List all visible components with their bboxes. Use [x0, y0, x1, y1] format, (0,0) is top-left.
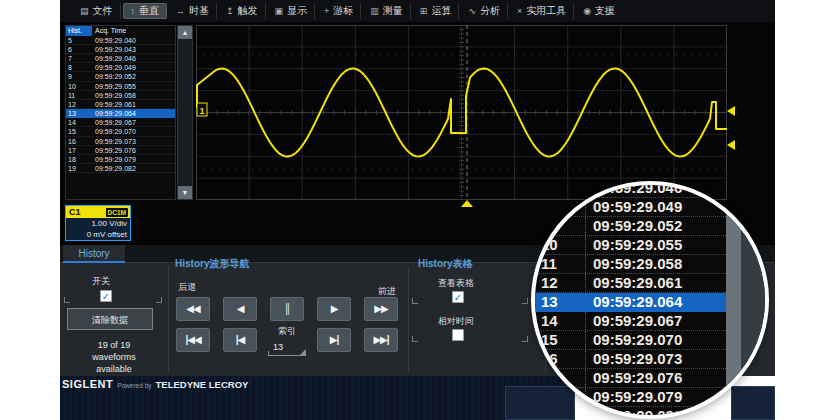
- history-row-index: 16: [66, 137, 92, 145]
- history-row-time: 09:59:29.082: [92, 164, 175, 172]
- cursors-icon: +: [324, 6, 329, 16]
- history-row-time: 09:59:29.040: [92, 36, 175, 44]
- clear-data-button[interactable]: 清除数据: [67, 308, 153, 330]
- menu-item-trigger[interactable]: ↥触发: [219, 3, 266, 19]
- tab-history[interactable]: History: [63, 245, 125, 263]
- history-row-14[interactable]: 1409:59:29.067: [66, 118, 175, 127]
- magnified-row-time: 09:59:29.061: [586, 274, 726, 292]
- magnified-row-time: 09:59:29.067: [586, 312, 726, 330]
- history-row-17[interactable]: 1709:59:29.076: [66, 146, 175, 155]
- magnified-history-row-13: 1309:59:29.064: [533, 293, 726, 312]
- history-row-12[interactable]: 1209:59:29.061: [66, 100, 175, 109]
- magnified-row-time: 09:59:29.076: [586, 369, 726, 387]
- nav-section-title: History波形导航: [175, 257, 249, 271]
- history-row-9[interactable]: 909:59:29.052: [66, 72, 175, 81]
- view-table-checkbox[interactable]: ✓: [452, 291, 464, 303]
- magnified-row-time: 09:59:29.058: [586, 255, 726, 273]
- trigger-icon: ↥: [226, 6, 234, 16]
- switch-checkbox[interactable]: ✓: [100, 290, 112, 302]
- scroll-up-icon[interactable]: ▲: [178, 26, 192, 39]
- menu-item-label: 垂直: [139, 4, 159, 18]
- magnified-row-index: 14: [533, 312, 586, 330]
- menu-item-label: 支援: [595, 4, 615, 18]
- history-row-19[interactable]: 1909:59:29.082: [66, 164, 175, 173]
- nav-prev-frame-button[interactable]: |◀: [223, 328, 257, 352]
- utility-icon: ×: [517, 6, 522, 16]
- magnified-row-time: 09:59:29.073: [586, 350, 726, 368]
- history-table-scrollbar[interactable]: ▲ ▼: [177, 25, 193, 200]
- table-section-title: History表格: [418, 257, 472, 271]
- history-row-13[interactable]: 1309:59:29.064: [66, 109, 175, 118]
- magnified-row-time: 09:59:29.079: [586, 388, 726, 406]
- history-row-time: 09:59:29.061: [92, 100, 175, 108]
- history-row-index: 7: [66, 54, 92, 62]
- history-row-time: 09:59:29.064: [92, 109, 175, 117]
- index-dropdown[interactable]: 13: [268, 340, 306, 356]
- trigger-level-arrow[interactable]: [727, 106, 735, 116]
- menu-item-measure[interactable]: ▥测量: [363, 3, 411, 19]
- menu-item-analysis[interactable]: ∿分析: [461, 3, 508, 19]
- history-row-index: 10: [66, 82, 92, 90]
- powered-by-text: Powered by: [117, 382, 151, 389]
- backward-label: 后退: [178, 281, 196, 294]
- waveform-count-line3: available: [60, 364, 168, 374]
- magnified-history-row-9: 909:59:29.052: [533, 217, 726, 236]
- menu-item-label: 文件: [93, 4, 113, 18]
- history-row-15[interactable]: 1509:59:29.070: [66, 127, 175, 136]
- bottom-descriptor-box[interactable]: [505, 386, 575, 420]
- history-row-time: 09:59:29.058: [92, 91, 175, 99]
- nav-fast-backward-button[interactable]: ◀◀: [176, 297, 210, 321]
- channel-offset-arrow[interactable]: [727, 140, 735, 150]
- history-row-index: 17: [66, 146, 92, 154]
- bottom-descriptor-box[interactable]: [731, 386, 775, 420]
- menu-item-label: 实用工具: [526, 4, 566, 18]
- nav-pause-button[interactable]: ║: [270, 297, 304, 321]
- menu-item-cursors[interactable]: +游标: [317, 3, 361, 19]
- nav-first-frame-button[interactable]: |◀◀: [176, 328, 210, 352]
- magnified-row-time: 09:59:29.064: [586, 293, 726, 311]
- nav-play-forward-button[interactable]: ▶: [317, 297, 351, 321]
- nav-fast-forward-button[interactable]: ▶▶: [364, 297, 398, 321]
- menu-item-math[interactable]: ⊞运算: [413, 3, 460, 19]
- history-row-index: 18: [66, 155, 92, 163]
- measure-icon: ▥: [370, 6, 379, 16]
- channel1-label: C1: [69, 207, 81, 217]
- history-row-10[interactable]: 1009:59:29.055: [66, 82, 175, 91]
- nav-next-frame-button[interactable]: ▶|: [317, 328, 351, 352]
- history-row-18[interactable]: 1809:59:29.079: [66, 155, 175, 164]
- menu-item-display[interactable]: ▣显示: [268, 3, 316, 19]
- history-row-time: 09:59:29.073: [92, 137, 175, 145]
- magnified-row-time: 09:59:29.049: [586, 198, 726, 216]
- support-icon: ◉: [583, 6, 591, 16]
- file-icon: ▤: [80, 6, 89, 16]
- history-row-5[interactable]: 509:59:29.040: [66, 36, 175, 45]
- menu-item-timebase[interactable]: ↔时基: [169, 3, 217, 19]
- menu-item-utility[interactable]: ×实用工具: [510, 3, 574, 19]
- relative-time-checkbox[interactable]: [452, 329, 464, 341]
- history-row-7[interactable]: 709:59:29.046: [66, 54, 175, 63]
- nav-last-frame-button[interactable]: ▶▶|: [364, 328, 398, 352]
- channel1-coupling-badge: DC1M: [106, 208, 128, 217]
- nav-play-backward-button[interactable]: ◀: [223, 297, 257, 321]
- menu-item-vertical[interactable]: ↕垂直: [123, 3, 168, 19]
- history-header-time: Acq. Time: [92, 26, 175, 36]
- waveform-display: 1: [196, 25, 727, 200]
- analysis-icon: ∿: [468, 6, 476, 16]
- view-table-label: 查看表格: [438, 277, 474, 290]
- history-row-8[interactable]: 809:59:29.049: [66, 63, 175, 72]
- history-row-16[interactable]: 1609:59:29.073: [66, 137, 175, 146]
- math-icon: ⊞: [420, 6, 428, 16]
- bracket-decoration: [522, 298, 528, 304]
- magnified-row-time: 09:59:29.052: [586, 217, 726, 235]
- index-label: 索引: [278, 325, 296, 338]
- trigger-position-marker[interactable]: [461, 200, 473, 207]
- channel1-header: C1 DC1M: [66, 206, 130, 218]
- history-row-6[interactable]: 609:59:29.043: [66, 45, 175, 54]
- magnified-row-time: 09:59:29.070: [586, 331, 726, 349]
- menu-item-support[interactable]: ◉支援: [576, 3, 622, 19]
- scroll-down-icon[interactable]: ▼: [178, 186, 192, 199]
- menu-item-file[interactable]: ▤文件: [73, 3, 121, 19]
- channel1-descriptor-box[interactable]: C1 DC1M 1.00 V/div 0 mV offset: [65, 205, 131, 241]
- history-row-11[interactable]: 1109:59:29.058: [66, 91, 175, 100]
- waveform-grid-svg: 1: [196, 25, 727, 200]
